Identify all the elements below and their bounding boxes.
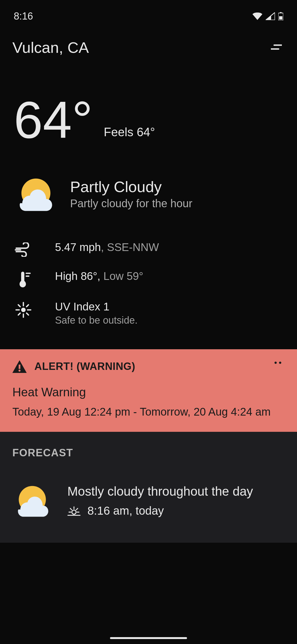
forecast-row: Mostly cloudy throughout the day 8:16 am… [12, 481, 285, 521]
partly-cloudy-icon [14, 173, 56, 215]
svg-line-14 [27, 313, 29, 315]
location-title[interactable]: Vulcan, CA [12, 39, 89, 56]
svg-point-8 [21, 307, 26, 312]
uv-text: UV Index 1 [55, 301, 138, 313]
wind-row: 5.47 mph, SSE-NNW [14, 234, 283, 263]
svg-line-15 [18, 313, 20, 315]
forecast-header: FORECAST [12, 447, 285, 459]
condition-title: Partly Cloudy [70, 178, 193, 196]
condition-subtitle: Partly cloudy for the hour [70, 197, 193, 210]
alert-title: ALERT! (WARNING) [34, 361, 135, 372]
uv-value: 1 [103, 301, 109, 313]
forecast-summary: Mostly cloudy throughout the day [67, 484, 253, 499]
app-header: Vulcan, CA [0, 28, 297, 65]
status-time: 8:16 [14, 10, 33, 22]
feels-like-temperature: Feels 64° [104, 125, 155, 142]
signal-icon [266, 12, 275, 20]
uv-icon [14, 301, 33, 318]
battery-icon [278, 12, 283, 20]
sunrise-icon [67, 504, 81, 517]
forecast-time-row: 8:16 am, today [67, 504, 253, 517]
alert-header: ALERT! (WARNING) [12, 360, 285, 373]
menu-button[interactable] [268, 40, 285, 55]
home-indicator[interactable] [110, 637, 187, 639]
wind-speed: 5.47 mph [55, 241, 101, 253]
wifi-icon [252, 12, 262, 20]
low-temp: Low 59° [103, 270, 143, 282]
high-temp: High 86°, [55, 270, 103, 282]
uv-label: UV Index [55, 301, 103, 313]
uv-note: Safe to be outside. [55, 315, 138, 326]
mostly-cloudy-icon [12, 481, 52, 521]
status-bar: 8:16 [0, 0, 297, 28]
uv-text-block: UV Index 1 Safe to be outside. [55, 301, 138, 326]
alert-subtitle: Heat Warning [12, 385, 285, 399]
forecast-text-block: Mostly cloudy throughout the day 8:16 am… [67, 484, 253, 517]
alert-card[interactable]: •• ALERT! (WARNING) Heat Warning Today, … [0, 349, 297, 432]
svg-point-18 [18, 369, 20, 371]
menu-icon [271, 43, 282, 51]
svg-line-16 [27, 305, 29, 307]
svg-rect-2 [279, 16, 282, 20]
svg-point-20 [72, 510, 76, 514]
svg-line-24 [70, 508, 72, 510]
wind-direction: , SSE-NNW [101, 241, 159, 253]
svg-rect-17 [19, 364, 20, 369]
condition-section: Partly Cloudy Partly cloudy for the hour [0, 164, 297, 229]
temp-range-row: High 86°, Low 59° [14, 263, 283, 294]
svg-line-13 [18, 305, 20, 307]
temperature-section: 64° Feels 64° [0, 65, 297, 164]
current-temperature: 64° [14, 98, 93, 142]
alert-more-button[interactable]: •• [274, 358, 283, 367]
forecast-time: 8:16 am, today [87, 504, 164, 517]
alert-time: Today, 19 Aug 12:24 pm - Tomorrow, 20 Au… [12, 406, 285, 418]
uv-row: UV Index 1 Safe to be outside. [14, 294, 283, 333]
warning-icon [12, 360, 27, 373]
svg-rect-1 [280, 12, 282, 13]
details-section: 5.47 mph, SSE-NNW High 86°, Low 59° [0, 229, 297, 349]
wind-text: 5.47 mph, SSE-NNW [55, 241, 159, 253]
temp-range-text: High 86°, Low 59° [55, 270, 143, 282]
wind-icon [14, 241, 33, 257]
svg-line-25 [76, 508, 78, 510]
thermometer-icon [14, 270, 33, 287]
forecast-section: FORECAST Mostly cloudy throughout the da… [0, 432, 297, 543]
condition-text: Partly Cloudy Partly cloudy for the hour [70, 178, 193, 210]
status-icons [252, 12, 283, 20]
